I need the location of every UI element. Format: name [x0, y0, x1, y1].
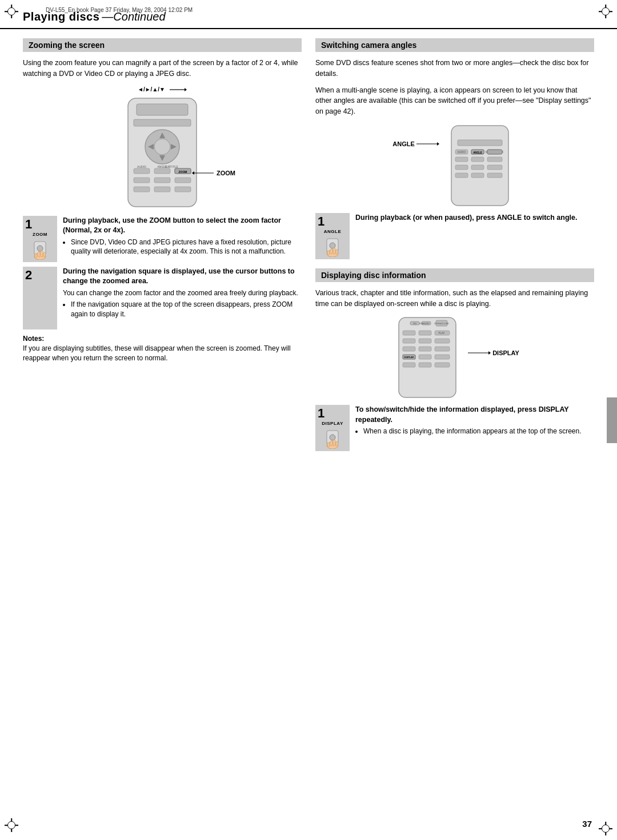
svg-text:AUDIO: AUDIO	[137, 165, 146, 168]
right-column: Switching camera angles Some DVD discs f…	[315, 38, 594, 456]
corner-mark-bl	[5, 818, 22, 835]
display-step1-bullet1: When a disc is playing, the information …	[363, 427, 594, 436]
svg-text:STANDBY: STANDBY	[419, 322, 430, 325]
svg-marker-89	[488, 351, 491, 355]
angle-label-area: ANGLE	[392, 140, 439, 148]
display-step1-title: To show/switch/hide the information disp…	[355, 405, 594, 425]
angle-intro2: When a multi-angle scene is playing, a i…	[315, 85, 594, 117]
svg-rect-60	[330, 249, 332, 254]
svg-rect-12	[154, 168, 170, 174]
zoom-step1-bullet1: Since DVD, Video CD and JPEG pictures ha…	[71, 238, 302, 257]
svg-rect-50	[487, 157, 502, 162]
corner-mark-tl	[5, 5, 22, 22]
page-container: DV-L55_En.book Page 37 Friday, May 28, 2…	[0, 0, 617, 840]
zoom-text-label: ZOOM	[217, 170, 235, 176]
zoom-remote-area: ◄/►/▲/▼	[23, 85, 302, 211]
angle-step1-icon-label: ANGLE	[324, 229, 342, 234]
svg-rect-4	[134, 119, 191, 126]
zoom-step1-content: During playback, use the ZOOM button to …	[63, 216, 302, 258]
svg-point-28	[37, 246, 43, 251]
zoom-step2-number: 2	[25, 269, 32, 282]
svg-rect-30	[38, 252, 40, 257]
svg-rect-56	[487, 173, 502, 178]
zoom-step1: 1 ZOOM During playback, u	[23, 216, 302, 262]
zoom-label: ZOOM	[192, 169, 235, 177]
svg-rect-75	[403, 339, 415, 343]
svg-text:DISPLAY: DISPLAY	[404, 356, 414, 359]
display-step1-hand-icon	[322, 428, 343, 449]
angle-step1-content: During playback (or when paused), press …	[355, 213, 594, 223]
display-section: Displaying disc information Various trac…	[315, 268, 594, 452]
zoom-step2: 2 During the navigation square is displa…	[23, 267, 302, 329]
svg-text:PLAY: PLAY	[439, 332, 445, 335]
display-remote-wrapper: ON STANDBY OPEN/CLOSE PLAY	[390, 315, 519, 400]
angle-text-label: ANGLE	[392, 140, 415, 147]
svg-text:ANGLE: ANGLE	[473, 151, 482, 154]
display-step1-content: To show/switch/hide the information disp…	[355, 405, 594, 437]
notes-body: If you are displaying subtitles, these w…	[23, 344, 291, 362]
angle-step1-box: 1 ANGLE	[315, 213, 350, 259]
notes-section: Notes: If you are displaying subtitles, …	[23, 334, 302, 364]
display-step1: 1 DISPLAY To show/switc	[315, 405, 594, 451]
svg-rect-37	[458, 140, 502, 146]
svg-rect-31	[41, 251, 43, 257]
display-remote-area: ON STANDBY OPEN/CLOSE PLAY	[315, 315, 594, 400]
svg-rect-84	[435, 355, 450, 359]
svg-rect-54	[455, 173, 468, 178]
zoom-step2-title: During the navigation square is displaye…	[63, 267, 302, 287]
file-info: DV-L55_En.book Page 37 Friday, May 28, 2…	[46, 7, 193, 13]
angle-step1-hand-icon	[322, 236, 343, 257]
svg-point-58	[330, 243, 335, 248]
angle-step1: 1 ANGLE During playback (or when paused)…	[315, 213, 594, 259]
left-column: Zooming the screen Using the zoom featur…	[23, 38, 302, 456]
svg-rect-48	[455, 157, 468, 162]
svg-rect-53	[487, 165, 502, 170]
svg-rect-18	[154, 187, 170, 192]
angle-remote-area: ANGLE AUDIO ANGLE	[315, 123, 594, 208]
angle-section-header: Switching camera angles	[315, 38, 594, 52]
zoom-section-header: Zooming the screen	[23, 38, 302, 52]
angle-intro1: Some DVD discs feature scenes shot from …	[315, 58, 594, 79]
svg-text:AUDIO: AUDIO	[458, 151, 466, 154]
zoom-step1-box: 1 ZOOM	[23, 216, 57, 262]
svg-rect-19	[175, 187, 191, 192]
svg-rect-55	[471, 173, 484, 178]
svg-rect-61	[333, 248, 335, 254]
zoom-intro: Using the zoom feature you can magnify a…	[23, 58, 302, 79]
zoom-step1-title: During playback, use the ZOOM button to …	[63, 216, 302, 236]
svg-rect-49	[471, 157, 484, 162]
display-step1-number: 1	[318, 407, 324, 420]
svg-point-91	[330, 435, 335, 440]
svg-rect-83	[419, 355, 431, 359]
angle-arrow-line	[416, 140, 439, 148]
main-content: Zooming the screen Using the zoom featur…	[0, 29, 617, 467]
svg-marker-35	[437, 142, 439, 146]
svg-rect-11	[134, 168, 150, 174]
angle-remote-wrapper: ANGLE AUDIO ANGLE	[392, 123, 517, 208]
zoom-arrow-line	[192, 169, 215, 177]
svg-rect-62	[336, 250, 338, 254]
display-arrow-line	[468, 349, 491, 357]
svg-rect-94	[333, 440, 335, 446]
nav-arrow-pointer	[170, 85, 187, 94]
display-intro: Various track, chapter and title informa…	[315, 288, 594, 310]
corner-mark-tr	[595, 5, 612, 22]
page-number: 37	[582, 819, 592, 829]
svg-rect-95	[336, 441, 338, 446]
svg-rect-78	[403, 347, 415, 351]
display-section-header: Displaying disc information	[315, 268, 594, 282]
angle-step1-title: During playback (or when paused), press …	[355, 213, 594, 223]
svg-text:ON: ON	[413, 322, 416, 325]
zoom-step2-box: 2	[23, 267, 57, 329]
svg-rect-15	[154, 178, 170, 183]
corner-mark-br	[595, 818, 612, 835]
page-header: Playing discs —Continued	[0, 0, 617, 29]
display-step1-box: 1 DISPLAY	[315, 405, 350, 451]
svg-text:OPEN/CLOSE: OPEN/CLOSE	[434, 322, 449, 325]
zoom-step1-hand-icon	[30, 239, 50, 260]
svg-rect-79	[419, 347, 431, 351]
svg-marker-26	[192, 171, 194, 175]
svg-rect-85	[403, 363, 415, 367]
right-tab	[607, 397, 617, 443]
svg-rect-52	[471, 165, 484, 170]
